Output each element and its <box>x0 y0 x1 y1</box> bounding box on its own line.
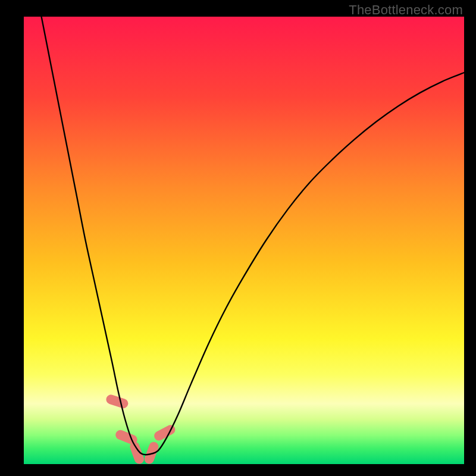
plot-area <box>24 17 464 464</box>
chart-svg <box>24 17 464 464</box>
watermark-text: TheBottleneck.com <box>349 2 463 18</box>
gradient-background <box>24 17 464 464</box>
chart-frame: TheBottleneck.com <box>0 0 476 476</box>
